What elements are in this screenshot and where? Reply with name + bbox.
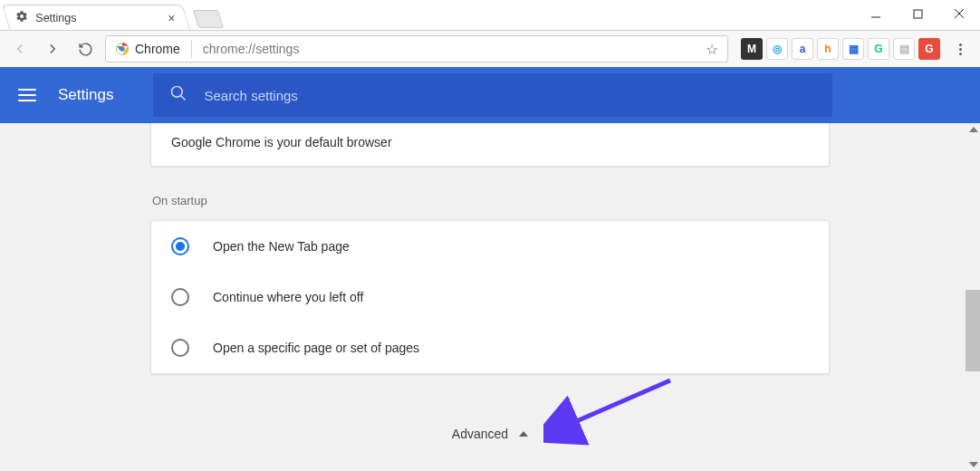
new-tab-button[interactable] bbox=[193, 10, 224, 28]
settings-content: Google Chrome is your default browser On… bbox=[0, 123, 980, 471]
startup-option[interactable]: Continue where you left off bbox=[151, 272, 829, 322]
browser-menu-button[interactable] bbox=[947, 43, 973, 55]
extension-icon[interactable]: h bbox=[817, 38, 839, 60]
extension-icon[interactable]: G bbox=[918, 38, 940, 60]
tab-strip: Settings × bbox=[0, 0, 980, 31]
startup-option-label: Open the New Tab page bbox=[213, 239, 350, 254]
tab-title: Settings bbox=[35, 12, 76, 24]
on-startup-label: On startup bbox=[152, 194, 830, 207]
tab-close-icon[interactable]: × bbox=[168, 11, 175, 25]
browser-toolbar: Chrome chrome://settings ☆ M◎ah▦G▤G bbox=[0, 31, 980, 67]
startup-option[interactable]: Open the New Tab page bbox=[151, 221, 829, 272]
extension-icon[interactable]: ◎ bbox=[766, 38, 788, 60]
extension-icon[interactable]: ▤ bbox=[893, 38, 915, 60]
extension-icon[interactable]: ▦ bbox=[842, 38, 864, 60]
on-startup-card: Open the New Tab pageContinue where you … bbox=[150, 220, 830, 374]
scrollbar-thumb[interactable] bbox=[966, 290, 980, 371]
radio-icon bbox=[171, 339, 189, 357]
startup-option-label: Open a specific page or set of pages bbox=[213, 341, 419, 355]
startup-option[interactable]: Open a specific page or set of pages bbox=[151, 322, 829, 373]
scroll-up-icon[interactable] bbox=[969, 127, 978, 132]
bookmark-star-icon[interactable]: ☆ bbox=[706, 41, 718, 58]
reload-button[interactable] bbox=[72, 36, 98, 62]
extension-icon[interactable]: M bbox=[741, 38, 763, 60]
settings-title: Settings bbox=[58, 86, 113, 104]
address-bar[interactable]: Chrome chrome://settings ☆ bbox=[105, 35, 728, 62]
gear-icon bbox=[15, 10, 28, 25]
back-button[interactable] bbox=[7, 36, 33, 62]
advanced-toggle[interactable]: Advanced bbox=[150, 427, 830, 441]
window-controls bbox=[855, 0, 980, 27]
advanced-label: Advanced bbox=[452, 427, 508, 441]
forward-button[interactable] bbox=[40, 36, 65, 62]
extension-icons: M◎ah▦G▤G bbox=[735, 38, 940, 60]
startup-option-label: Continue where you left off bbox=[213, 290, 363, 304]
hamburger-menu-icon[interactable] bbox=[18, 84, 40, 106]
svg-rect-1 bbox=[914, 10, 922, 18]
extension-icon[interactable]: G bbox=[868, 38, 889, 60]
svg-point-6 bbox=[172, 87, 183, 98]
site-label: Chrome bbox=[135, 42, 180, 56]
settings-search-box[interactable] bbox=[153, 73, 832, 117]
window-close-button[interactable] bbox=[938, 0, 980, 27]
radio-icon bbox=[171, 237, 189, 255]
window-maximize-button[interactable] bbox=[897, 0, 938, 27]
window-minimize-button[interactable] bbox=[855, 0, 897, 27]
settings-search-input[interactable] bbox=[204, 88, 816, 103]
default-browser-card: Google Chrome is your default browser bbox=[150, 123, 830, 167]
browser-tab-settings[interactable]: Settings × bbox=[1, 5, 190, 30]
default-browser-text: Google Chrome is your default browser bbox=[171, 135, 392, 149]
svg-line-7 bbox=[181, 96, 186, 101]
chevron-up-icon bbox=[519, 431, 528, 437]
search-icon bbox=[169, 84, 187, 106]
url-text: chrome://settings bbox=[203, 42, 700, 56]
chrome-icon bbox=[115, 42, 130, 56]
extension-icon[interactable]: a bbox=[792, 38, 813, 60]
scroll-down-icon[interactable] bbox=[969, 462, 978, 467]
settings-header-bar: Settings bbox=[0, 67, 980, 123]
radio-icon bbox=[171, 288, 189, 306]
omnibox-separator bbox=[191, 40, 192, 58]
